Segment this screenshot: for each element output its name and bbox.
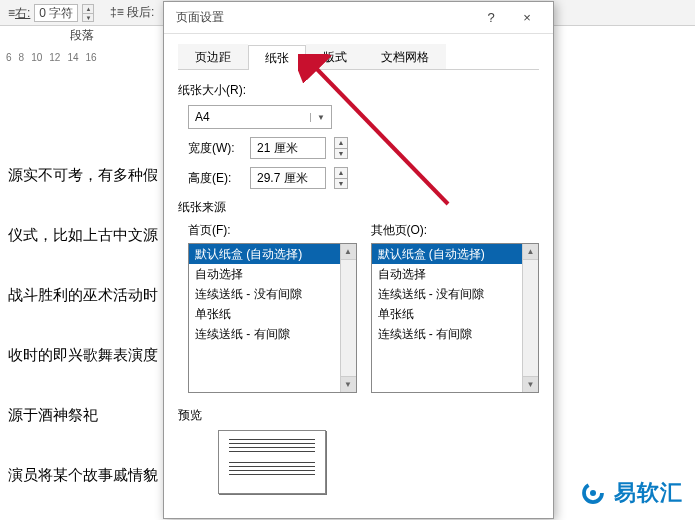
other-pages-label: 其他页(O): — [371, 222, 540, 239]
tab-paper[interactable]: 纸张 — [248, 45, 306, 70]
preview-label: 预览 — [178, 407, 539, 424]
first-page-listbox[interactable]: 默认纸盒 (自动选择) 自动选择 连续送纸 - 没有间隙 单张纸 连续送纸 - … — [188, 243, 357, 393]
list-item[interactable]: 自动选择 — [189, 264, 340, 284]
help-button[interactable]: ? — [473, 3, 509, 33]
ribbon-group-label: 段落 — [70, 27, 94, 44]
scrollbar[interactable]: ▲▼ — [522, 244, 538, 392]
list-item[interactable]: 默认纸盒 (自动选择) — [189, 244, 340, 264]
dialog-titlebar[interactable]: 页面设置 ? × — [164, 2, 553, 34]
list-item[interactable]: 连续送纸 - 有间隙 — [372, 324, 523, 344]
ruler: 6810121416 — [6, 52, 104, 63]
chevron-down-icon: ▼ — [310, 113, 325, 122]
list-item[interactable]: 默认纸盒 (自动选择) — [372, 244, 523, 264]
other-pages-listbox[interactable]: 默认纸盒 (自动选择) 自动选择 连续送纸 - 没有间隙 单张纸 连续送纸 - … — [371, 243, 540, 393]
list-item[interactable]: 单张纸 — [189, 304, 340, 324]
watermark: 易软汇 — [578, 478, 683, 508]
paper-size-select[interactable]: A4 ▼ — [188, 105, 332, 129]
height-label: 高度(E): — [188, 170, 242, 187]
right-indent-spinner[interactable]: ▲▼ — [82, 4, 94, 22]
page-setup-dialog: 页面设置 ? × 页边距 纸张 版式 文档网格 纸张大小(R): A4 ▼ 宽度… — [163, 1, 554, 519]
list-item[interactable]: 自动选择 — [372, 264, 523, 284]
tab-margins[interactable]: 页边距 — [178, 44, 248, 69]
dialog-tabs: 页边距 纸张 版式 文档网格 — [178, 44, 539, 70]
list-item[interactable]: 连续送纸 - 没有间隙 — [372, 284, 523, 304]
scrollbar[interactable]: ▲▼ — [340, 244, 356, 392]
paper-source-legend: 纸张来源 — [178, 199, 539, 216]
list-item[interactable]: 连续送纸 - 有间隙 — [189, 324, 340, 344]
right-indent-value[interactable]: 0 字符 — [34, 4, 78, 22]
preview-page-icon — [218, 430, 326, 494]
height-spinner[interactable]: ▲▼ — [334, 167, 348, 189]
width-input[interactable]: 21 厘米 — [250, 137, 326, 159]
logo-icon — [578, 478, 608, 508]
list-item[interactable]: 连续送纸 - 没有间隙 — [189, 284, 340, 304]
svg-point-3 — [590, 490, 596, 496]
right-indent-label: 右: — [15, 6, 30, 20]
width-label: 宽度(W): — [188, 140, 242, 157]
tab-layout[interactable]: 版式 — [306, 44, 364, 69]
paper-size-label: 纸张大小(R): — [178, 82, 539, 99]
tab-grid[interactable]: 文档网格 — [364, 44, 446, 69]
after-spacing-label: 段后: — [127, 5, 154, 19]
dialog-title: 页面设置 — [176, 9, 473, 26]
list-item[interactable]: 单张纸 — [372, 304, 523, 324]
height-input[interactable]: 29.7 厘米 — [250, 167, 326, 189]
first-page-label: 首页(F): — [188, 222, 357, 239]
close-button[interactable]: × — [509, 3, 545, 33]
width-spinner[interactable]: ▲▼ — [334, 137, 348, 159]
